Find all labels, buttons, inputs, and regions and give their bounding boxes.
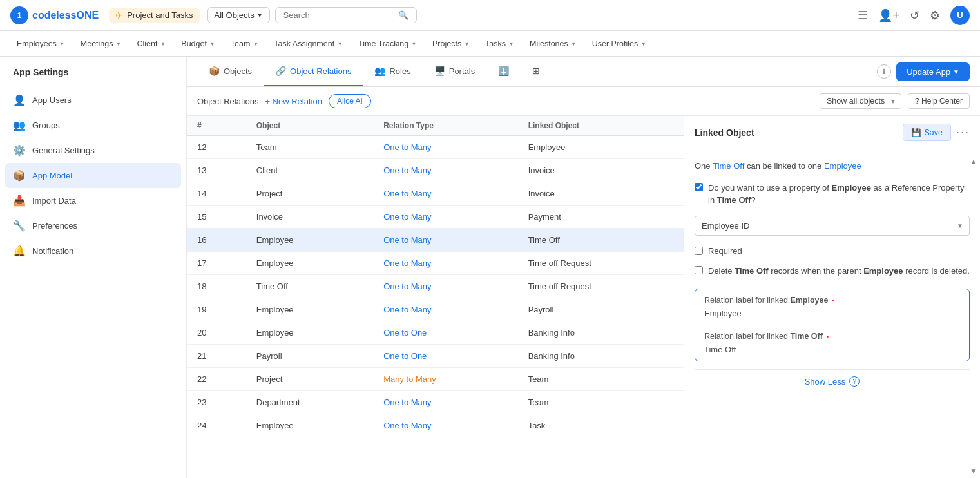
second-nav-item-budget[interactable]: Budget ▼ bbox=[175, 31, 222, 57]
milestones-label: Milestones bbox=[530, 39, 568, 48]
avatar[interactable]: U bbox=[950, 6, 970, 25]
relation-label-timeoff-section: Relation label for linked Time Off • bbox=[695, 325, 969, 361]
download-tab-icon: ⬇️ bbox=[498, 66, 509, 76]
second-nav: Employees ▼ Meetings ▼ Client ▼ Budget ▼… bbox=[0, 31, 980, 57]
table-row[interactable]: 18 Time Off One to Many Time off Request bbox=[187, 275, 684, 298]
team-label: Team bbox=[231, 39, 251, 48]
panel-title: Linked Object bbox=[695, 128, 754, 138]
row-linked-object: Team bbox=[518, 368, 684, 391]
tab-download[interactable]: ⬇️ bbox=[486, 57, 521, 86]
update-btn-caret: ▼ bbox=[953, 68, 959, 75]
alice-ai-button[interactable]: Alice AI bbox=[329, 94, 371, 108]
second-nav-item-team[interactable]: Team ▼ bbox=[224, 31, 265, 57]
table-row[interactable]: 23 Department One to Many Team bbox=[187, 391, 684, 414]
relation-label-employee-input[interactable] bbox=[704, 309, 960, 318]
tab-object-relations-label: Object Relations bbox=[290, 66, 351, 76]
tab-roles[interactable]: 👥 Roles bbox=[363, 57, 422, 86]
table-row[interactable]: 24 Employee One to Many Task bbox=[187, 414, 684, 437]
second-nav-item-milestones[interactable]: Milestones ▼ bbox=[523, 31, 583, 57]
tasks-label: Tasks bbox=[485, 39, 506, 48]
table-row[interactable]: 17 Employee One to Many Time off Request bbox=[187, 252, 684, 275]
second-nav-item-time-tracking[interactable]: Time Tracking ▼ bbox=[352, 31, 423, 57]
info-icon[interactable]: ℹ bbox=[877, 64, 891, 79]
project-badge[interactable]: ✈ Project and Tasks bbox=[109, 8, 199, 23]
update-app-button[interactable]: Update App ▼ bbox=[896, 62, 970, 81]
second-nav-item-meetings[interactable]: Meetings ▼ bbox=[74, 31, 128, 57]
second-nav-item-projects[interactable]: Projects ▼ bbox=[426, 31, 476, 57]
second-nav-item-client[interactable]: Client ▼ bbox=[130, 31, 172, 57]
employee-id-select[interactable]: Employee ID bbox=[695, 216, 970, 236]
search-input[interactable] bbox=[283, 10, 394, 20]
sidebar-item-app-users[interactable]: 👤 App Users bbox=[0, 88, 186, 113]
row-num: 21 bbox=[187, 345, 246, 368]
required-checkbox[interactable] bbox=[695, 247, 703, 255]
table-row[interactable]: 15 Invoice One to Many Payment bbox=[187, 206, 684, 229]
or-bar-left: Object Relations + New Relation Alice AI bbox=[197, 94, 371, 108]
tab-portals[interactable]: 🖥️ Portals bbox=[423, 57, 486, 86]
search-bar[interactable]: 🔍 bbox=[275, 7, 417, 23]
tab-objects[interactable]: 📦 Objects bbox=[197, 57, 264, 86]
tab-object-relations[interactable]: 🔗 Object Relations bbox=[264, 57, 363, 86]
new-relation-button[interactable]: + New Relation bbox=[265, 97, 322, 106]
sidebar-item-preferences[interactable]: 🔧 Preferences bbox=[0, 213, 186, 238]
second-nav-item-task-assignment[interactable]: Task Assignment ▼ bbox=[267, 31, 349, 57]
sidebar-item-app-model[interactable]: 📦 App Model bbox=[5, 163, 181, 188]
nav-icons: ☰ 👤+ ↺ ⚙ U bbox=[858, 6, 970, 25]
import-data-icon: 📥 bbox=[13, 195, 26, 207]
reference-property-checkbox[interactable] bbox=[695, 183, 703, 191]
settings-icon[interactable]: ⚙ bbox=[930, 8, 940, 23]
row-num: 17 bbox=[187, 252, 246, 275]
history-icon[interactable]: ↺ bbox=[910, 8, 919, 23]
row-object: Client bbox=[246, 159, 373, 182]
sidebar-item-notification[interactable]: 🔔 Notification bbox=[0, 238, 186, 263]
tab-actions: ℹ Update App ▼ bbox=[877, 62, 970, 81]
employees-label: Employees bbox=[17, 39, 57, 48]
table-row[interactable]: 21 Payroll One to One Banking Info bbox=[187, 345, 684, 368]
more-options-button[interactable]: ··· bbox=[956, 126, 970, 139]
show-less-button[interactable]: Show Less ? bbox=[695, 369, 970, 393]
employees-caret: ▼ bbox=[59, 41, 65, 47]
second-nav-item-tasks[interactable]: Tasks ▼ bbox=[479, 31, 521, 57]
scroll-down-icon[interactable]: ▼ bbox=[970, 466, 977, 475]
table-row[interactable]: 22 Project Many to Many Team bbox=[187, 368, 684, 391]
show-all-select[interactable]: Show all objects bbox=[820, 93, 901, 109]
table-row[interactable]: 14 Project One to Many Invoice bbox=[187, 182, 684, 206]
row-linked-object: Task bbox=[518, 414, 684, 437]
all-objects-button[interactable]: All Objects ▼ bbox=[207, 7, 270, 23]
app-users-icon: 👤 bbox=[13, 94, 26, 106]
save-button[interactable]: 💾 Save bbox=[903, 124, 951, 141]
second-nav-item-user-profiles[interactable]: User Profiles ▼ bbox=[586, 31, 653, 57]
row-num: 13 bbox=[187, 159, 246, 182]
sidebar-item-general-settings[interactable]: ⚙️ General Settings bbox=[0, 138, 186, 163]
table-row[interactable]: 12 Team One to Many Employee bbox=[187, 136, 684, 159]
delete-checkbox[interactable] bbox=[695, 266, 703, 274]
table-row[interactable]: 16 Employee One to Many Time Off bbox=[187, 229, 684, 252]
show-all-wrapper: Show all objects ▼ bbox=[820, 93, 901, 109]
list-icon[interactable]: ☰ bbox=[858, 8, 868, 23]
table-row[interactable]: 13 Client One to Many Invoice bbox=[187, 159, 684, 182]
logo-text2: ONE bbox=[76, 10, 99, 21]
sidebar-item-groups[interactable]: 👥 Groups bbox=[0, 113, 186, 138]
sidebar: App Settings 👤 App Users 👥 Groups ⚙️ Gen… bbox=[0, 57, 187, 478]
tab-settings2[interactable]: ⊞ bbox=[521, 57, 552, 86]
project-name: Project and Tasks bbox=[127, 10, 193, 20]
row-relation-type: One to Many bbox=[373, 182, 518, 206]
col-linked-object: Linked Object bbox=[518, 116, 684, 136]
row-relation-type: One to Many bbox=[373, 136, 518, 159]
user-add-icon[interactable]: 👤+ bbox=[878, 8, 899, 23]
reference-property-text: Do you want to use a property of Employe… bbox=[708, 182, 970, 207]
relation-label-timeoff-input[interactable] bbox=[704, 345, 960, 354]
sidebar-item-import-data[interactable]: 📥 Import Data bbox=[0, 188, 186, 213]
main-layout: App Settings 👤 App Users 👥 Groups ⚙️ Gen… bbox=[0, 57, 980, 478]
row-num: 23 bbox=[187, 391, 246, 414]
groups-icon: 👥 bbox=[13, 119, 26, 131]
table-row[interactable]: 19 Employee One to Many Payroll bbox=[187, 298, 684, 321]
help-center-button[interactable]: ? Help Center bbox=[908, 93, 970, 109]
budget-caret: ▼ bbox=[209, 41, 215, 47]
row-relation-type: One to Many bbox=[373, 391, 518, 414]
row-relation-type: One to Many bbox=[373, 275, 518, 298]
user-profiles-caret: ▼ bbox=[640, 41, 646, 47]
table-row[interactable]: 20 Employee One to One Banking Info bbox=[187, 321, 684, 345]
second-nav-item-employees[interactable]: Employees ▼ bbox=[10, 31, 72, 57]
scroll-up-icon[interactable]: ▲ bbox=[970, 157, 977, 166]
